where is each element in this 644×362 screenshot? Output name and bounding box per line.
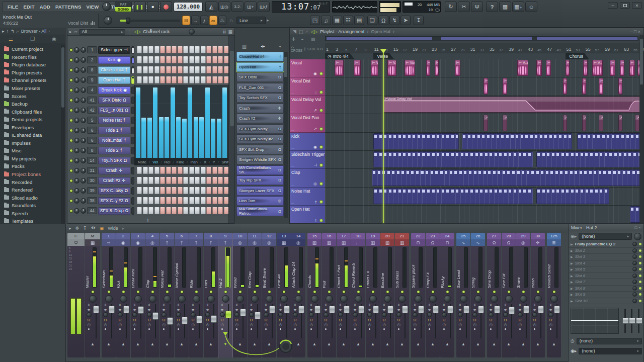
mixer-strip-21[interactable]: 21▥Sub Bass⇕◂▸Ω◷▲: [395, 233, 409, 357]
plugin-icon[interactable]: Ω: [88, 318, 91, 322]
step-cell[interactable]: [183, 167, 188, 174]
strip-number[interactable]: 13: [277, 233, 291, 239]
strip-pan-knob[interactable]: [262, 294, 276, 303]
channel-pan-knob[interactable]: [74, 158, 79, 163]
record-arm-dot[interactable]: [443, 328, 445, 330]
strip-route-arrow[interactable]: ▲: [547, 340, 561, 347]
strip-mute-led[interactable]: [531, 289, 545, 294]
strip-number[interactable]: 1: [102, 233, 116, 239]
strip-route-arrow[interactable]: ▲: [131, 340, 145, 347]
step-cell[interactable]: [224, 46, 229, 53]
strip-mute-led[interactable]: [337, 289, 351, 294]
plugin-icon[interactable]: Ω: [192, 318, 195, 322]
fader-handle[interactable]: [329, 306, 335, 313]
track-lane[interactable]: ↗Vocal Delay Vol: [325, 96, 639, 114]
channel-volume-knob[interactable]: [80, 188, 86, 194]
pat-song-toggle[interactable]: PAT SONG: [115, 2, 132, 12]
strip-mute-led[interactable]: [516, 289, 530, 294]
browser-item[interactable]: Templates: [0, 217, 61, 224]
strip-pan-knob[interactable]: [131, 294, 145, 303]
sample-item[interactable]: Stomper Lazer SFXΩ: [236, 186, 284, 196]
fader-handle[interactable]: [554, 306, 560, 313]
channel-pan-knob[interactable]: [74, 67, 79, 73]
strip-pan-knob[interactable]: [426, 294, 440, 303]
slide-note-button[interactable]: ♪: [200, 16, 208, 25]
step-cell[interactable]: [206, 66, 211, 73]
strip-fader[interactable]: [419, 304, 424, 338]
record-arm-dot[interactable]: [265, 328, 267, 330]
aux-knob[interactable]: [176, 312, 181, 317]
fader-handle[interactable]: [418, 306, 424, 313]
aux-knob[interactable]: [427, 312, 432, 317]
track-mute-led[interactable]: [319, 219, 323, 222]
pan-arrows-icon[interactable]: ◂▸: [473, 308, 476, 312]
strip-mute-led[interactable]: [204, 289, 218, 294]
blend-recording-button[interactable]: Ш+: [245, 2, 257, 12]
step-cell[interactable]: [206, 76, 211, 83]
clock-icon[interactable]: ◷: [382, 323, 385, 327]
pan-arrows-icon[interactable]: ◂▸: [397, 308, 400, 312]
browser-item[interactable]: Channel presets: [0, 76, 61, 84]
step-cell[interactable]: [148, 187, 153, 194]
browser-item[interactable]: Demo projects: [0, 116, 61, 124]
step-cell[interactable]: [137, 56, 142, 63]
mixer-strip-13[interactable]: 13▦Beat All⇕◂▸Ω◷▲: [277, 233, 291, 357]
channel-button[interactable]: Break Kick◉: [98, 86, 130, 94]
step-grid-icon[interactable]: ▦: [228, 29, 232, 34]
mixer-strip-4[interactable]: 4◎Clap⇕◂▸Ω◷▲: [145, 233, 159, 357]
step-cell[interactable]: [189, 56, 194, 63]
playlist-track-header[interactable]: Clap...◎: [290, 169, 325, 187]
step-cell[interactable]: [172, 66, 177, 73]
mixer-strip-6[interactable]: 6†Noise Cymbal⇕◂▸Ω◷▲: [175, 233, 189, 357]
countdown-button[interactable]: 3.2.: [231, 2, 244, 12]
clip[interactable]: ⊢: [546, 60, 551, 76]
clock-icon[interactable]: ◷: [368, 323, 371, 327]
channel-pan-knob[interactable]: [74, 98, 79, 103]
record-arm-dot[interactable]: [310, 328, 312, 330]
add-channel-button[interactable]: +: [67, 216, 228, 224]
mixer-strip-20[interactable]: 20▥Bassline⇕◂▸Ω◷▲: [380, 233, 394, 357]
fader-handle[interactable]: [538, 306, 544, 313]
velocity-bar[interactable]: [194, 117, 198, 158]
aux-knob[interactable]: [147, 312, 152, 317]
recording-button[interactable]: Ψ: [471, 2, 483, 12]
mixer-strip-25[interactable]: 25∿Saw Lead⇕◂▸Ω◷▲: [456, 233, 470, 357]
timeline-ruler[interactable]: 1357911131517192123252729313335373941434…: [325, 43, 639, 53]
clock-icon[interactable]: ◷: [413, 323, 416, 327]
record-arm-dot[interactable]: [429, 328, 430, 330]
track-lane[interactable]: ↗V..↗V..↗V..↗V..↗V..↗V..↗V..: [325, 114, 639, 132]
track-options[interactable]: ...: [291, 109, 294, 113]
scrollbar-handle[interactable]: [61, 47, 64, 108]
velocity-bar[interactable]: [188, 87, 192, 158]
step-cell[interactable]: [143, 177, 148, 184]
strip-number[interactable]: 8: [204, 233, 218, 239]
sample-item[interactable]: FLS_Gun 001Ω: [236, 83, 284, 93]
fx-slot-8[interactable]: ▶Slot 8: [569, 286, 643, 292]
sample-item[interactable]: SFX 8bit DropΩ: [236, 145, 284, 154]
mixer-strip-5[interactable]: 5†Noise Hat⇕◂▸Ω◷▲: [160, 233, 174, 357]
fader-handle[interactable]: [109, 306, 115, 313]
search-icon[interactable]: ⌕: [17, 29, 19, 34]
snap-selector[interactable]: Line▸: [236, 17, 266, 24]
plugin-icon[interactable]: Ω: [549, 318, 552, 322]
step-cell[interactable]: [154, 207, 159, 214]
step-cell[interactable]: [143, 167, 148, 174]
track-options[interactable]: ...: [291, 128, 294, 131]
playlist-track-header[interactable]: Vocal Delay Vol...↗: [290, 96, 325, 114]
graph-tab-x[interactable]: X: [202, 160, 208, 164]
step-cell[interactable]: [189, 167, 194, 174]
clock-icon[interactable]: ◷: [250, 323, 253, 327]
step-cell[interactable]: [166, 167, 171, 174]
record-arm-dot[interactable]: [414, 328, 416, 330]
slot-enable-led[interactable]: [639, 293, 641, 296]
clock-icon[interactable]: ◷: [235, 323, 238, 327]
step-cell[interactable]: [172, 187, 177, 194]
channel-enable-led[interactable]: [69, 169, 73, 172]
strip-number[interactable]: 125: [547, 233, 561, 239]
pan-arrows-icon[interactable]: ◂▸: [133, 308, 136, 312]
channel-pan-knob[interactable]: [74, 57, 79, 63]
step-cell[interactable]: [212, 66, 217, 73]
step-cell[interactable]: [148, 177, 153, 184]
automation-clip[interactable]: ↗V..: [503, 115, 507, 131]
clock-icon[interactable]: ◷: [118, 323, 121, 327]
